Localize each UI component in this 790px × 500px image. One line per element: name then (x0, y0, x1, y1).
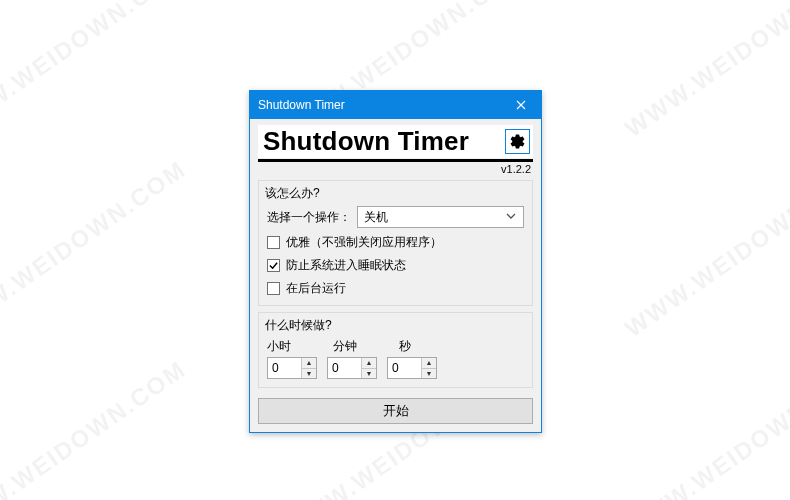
minutes-down[interactable]: ▼ (362, 368, 376, 379)
watermark-text: WWW.WEIDOWN.COM (0, 155, 191, 343)
watermark-text: WWW.WEIDOWN.COM (0, 0, 191, 143)
watermark-text: WWW.WEIDOWN.COM (0, 355, 191, 500)
client-area: Shutdown Timer v1.2.2 该怎么办? 选择一个操作： 关机 (250, 119, 541, 432)
what-group: 该怎么办? 选择一个操作： 关机 优雅（不强制关闭应用程序） 防止系统进入睡眠状… (258, 180, 533, 306)
start-button-label: 开始 (383, 402, 409, 420)
time-spinners: 0 ▲ ▼ 0 ▲ ▼ 0 ▲ ▼ (267, 357, 524, 379)
minutes-value: 0 (328, 358, 361, 378)
hours-up[interactable]: ▲ (302, 358, 316, 368)
seconds-up[interactable]: ▲ (422, 358, 436, 368)
watermark-text: WWW.WEIDOWN.COM (620, 155, 790, 343)
when-group: 什么时候做? 小时 分钟 秒 0 ▲ ▼ 0 ▲ (258, 312, 533, 388)
seconds-stepper[interactable]: 0 ▲ ▼ (387, 357, 437, 379)
titlebar[interactable]: Shutdown Timer (250, 91, 541, 119)
time-labels: 小时 分钟 秒 (267, 338, 524, 355)
gear-icon (509, 133, 526, 150)
graceful-label: 优雅（不强制关闭应用程序） (286, 234, 442, 251)
watermark-text: WWW.WEIDOWN.COM (620, 355, 790, 500)
seconds-down[interactable]: ▼ (422, 368, 436, 379)
start-button[interactable]: 开始 (258, 398, 533, 424)
seconds-value: 0 (388, 358, 421, 378)
background-label: 在后台运行 (286, 280, 346, 297)
chevron-down-icon (503, 210, 519, 224)
action-label: 选择一个操作： (267, 209, 351, 226)
hours-label: 小时 (267, 338, 309, 355)
app-title: Shutdown Timer (263, 126, 469, 157)
background-option[interactable]: 在后台运行 (267, 280, 524, 297)
close-icon (516, 100, 526, 110)
settings-button[interactable] (505, 129, 530, 154)
window-title: Shutdown Timer (258, 91, 345, 119)
minutes-label: 分钟 (333, 338, 375, 355)
seconds-label: 秒 (399, 338, 441, 355)
minutes-up[interactable]: ▲ (362, 358, 376, 368)
checkbox-icon (267, 259, 280, 272)
minutes-stepper[interactable]: 0 ▲ ▼ (327, 357, 377, 379)
checkbox-icon (267, 236, 280, 249)
hours-down[interactable]: ▼ (302, 368, 316, 379)
hours-value: 0 (268, 358, 301, 378)
hours-stepper[interactable]: 0 ▲ ▼ (267, 357, 317, 379)
graceful-option[interactable]: 优雅（不强制关闭应用程序） (267, 234, 524, 251)
prevent-sleep-label: 防止系统进入睡眠状态 (286, 257, 406, 274)
checkbox-icon (267, 282, 280, 295)
prevent-sleep-option[interactable]: 防止系统进入睡眠状态 (267, 257, 524, 274)
action-row: 选择一个操作： 关机 (267, 206, 524, 228)
what-group-legend: 该怎么办? (265, 185, 524, 202)
close-button[interactable] (501, 91, 541, 119)
action-select-value: 关机 (364, 209, 388, 226)
when-group-legend: 什么时候做? (265, 317, 524, 334)
action-select[interactable]: 关机 (357, 206, 524, 228)
version-label: v1.2.2 (258, 162, 533, 178)
app-window: Shutdown Timer Shutdown Timer v1.2.2 该怎么… (249, 90, 542, 433)
app-header: Shutdown Timer (258, 125, 533, 158)
watermark-text: WWW.WEIDOWN.COM (620, 0, 790, 143)
